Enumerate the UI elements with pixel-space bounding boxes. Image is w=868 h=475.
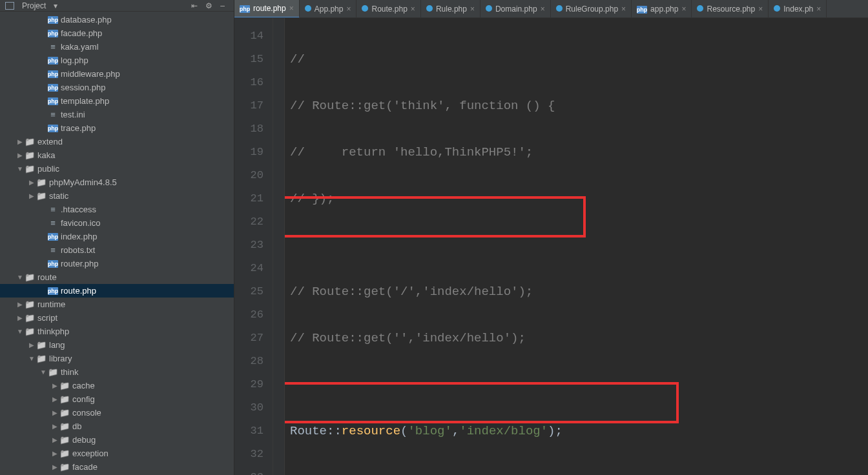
tree-item-robots-txt[interactable]: ≡robots.txt: [0, 243, 234, 257]
tree-item-phpMyAdmin4-8-5[interactable]: ▶📁phpMyAdmin4.8.5: [0, 176, 234, 189]
tree-item-library[interactable]: ▼📁library: [0, 352, 234, 365]
tree-item-facade-php[interactable]: phpfacade.php: [0, 26, 234, 40]
close-icon[interactable]: ×: [621, 5, 626, 14]
code-content[interactable]: // // Route::get('think', function () { …: [285, 18, 868, 475]
line-number: 14: [234, 25, 264, 48]
project-tree[interactable]: phpdatabase.phpphpfacade.php≡kaka.yamlph…: [0, 12, 234, 475]
tab-Resource-php[interactable]: Resource.php×: [692, 0, 769, 17]
tree-item-config[interactable]: ▶📁config: [0, 392, 234, 406]
chevron-icon[interactable]: ▼: [16, 328, 25, 335]
tab-route-php[interactable]: phproute.php×: [234, 0, 300, 18]
php-file-icon: php: [48, 125, 58, 132]
tab-App-php[interactable]: App.php×: [300, 0, 357, 17]
tree-item-template-php[interactable]: phptemplate.php: [0, 94, 234, 108]
project-icon: [5, 2, 14, 10]
chevron-icon[interactable]: ▼: [39, 369, 48, 376]
tree-item-facade[interactable]: ▶📁facade: [0, 460, 234, 474]
tree-item-debug[interactable]: ▶📁debug: [0, 433, 234, 447]
tree-item-label: exception: [72, 449, 108, 458]
collapse-icon[interactable]: ⇤: [187, 1, 202, 10]
tree-item-thinkphp[interactable]: ▼📁thinkphp: [0, 325, 234, 338]
folder-icon: 📁: [25, 164, 35, 174]
tree-item-static[interactable]: ▶📁static: [0, 189, 234, 203]
tab-Domain-php[interactable]: Domain.php×: [480, 0, 551, 17]
tree-item-script[interactable]: ▶📁script: [0, 311, 234, 325]
chevron-icon[interactable]: ▼: [27, 355, 36, 362]
dropdown-icon[interactable]: ▾: [50, 1, 61, 10]
chevron-icon[interactable]: ▼: [16, 274, 25, 281]
close-icon[interactable]: ×: [289, 4, 294, 13]
tree-item-label: session.php: [61, 83, 105, 92]
tree-item-kaka[interactable]: ▶📁kaka: [0, 148, 234, 162]
chevron-icon[interactable]: ▶: [50, 450, 59, 457]
chevron-icon[interactable]: ▶: [50, 409, 59, 416]
folder-icon: 📁: [59, 462, 70, 472]
tree-item-middleware-php[interactable]: phpmiddleware.php: [0, 67, 234, 81]
line-number: 28: [234, 350, 264, 373]
tree-item-public[interactable]: ▼📁public: [0, 162, 234, 176]
tree-item-cache[interactable]: ▶📁cache: [0, 379, 234, 392]
tab-Index-ph[interactable]: Index.ph×: [769, 0, 827, 17]
tree-item-test-ini[interactable]: ≡test.ini: [0, 108, 234, 121]
tree-item-log-php[interactable]: phplog.php: [0, 54, 234, 67]
chevron-icon[interactable]: ▶: [50, 436, 59, 443]
chevron-icon[interactable]: ▶: [27, 192, 36, 199]
tree-item-exception[interactable]: ▶📁exception: [0, 447, 234, 460]
tree-item-runtime[interactable]: ▶📁runtime: [0, 298, 234, 311]
hide-icon[interactable]: –: [216, 1, 229, 10]
t: ;: [555, 424, 563, 438]
tree-item-router-php[interactable]: phprouter.php: [0, 257, 234, 270]
php-file-icon: php: [240, 4, 250, 13]
tab-Rule-php[interactable]: Rule.php×: [421, 0, 480, 17]
tree-item--htaccess[interactable]: ≡.htaccess: [0, 203, 234, 216]
close-icon[interactable]: ×: [346, 5, 351, 14]
close-icon[interactable]: ×: [411, 5, 415, 14]
gear-icon[interactable]: ⚙: [202, 1, 216, 10]
chevron-icon[interactable]: ▶: [50, 423, 59, 430]
tree-item-label: robots.txt: [61, 245, 95, 255]
tree-item-lang[interactable]: ▶📁lang: [0, 338, 234, 352]
class-file-icon: [486, 5, 492, 14]
line-number: 23: [234, 234, 264, 257]
chevron-icon[interactable]: ▶: [50, 396, 59, 403]
folder-icon: 📁: [36, 191, 46, 201]
chevron-icon[interactable]: ▶: [16, 152, 25, 159]
close-icon[interactable]: ×: [816, 5, 821, 14]
tree-item-route[interactable]: ▼📁route: [0, 270, 234, 284]
tree-item-favicon-ico[interactable]: ≡favicon.ico: [0, 216, 234, 230]
chevron-icon[interactable]: ▶: [50, 463, 59, 470]
tab-label: Domain.php: [495, 5, 537, 14]
tree-item-think[interactable]: ▼📁think: [0, 365, 234, 379]
tree-item-database-php[interactable]: phpdatabase.php: [0, 13, 234, 26]
tree-item-session-php[interactable]: phpsession.php: [0, 81, 234, 94]
line-number: 20: [234, 164, 264, 187]
tab-app-php[interactable]: phpapp.php×: [632, 0, 692, 17]
tree-item-label: trace.php: [61, 123, 96, 133]
tree-item-trace-php[interactable]: phptrace.php: [0, 121, 234, 135]
tree-item-extend[interactable]: ▶📁extend: [0, 135, 234, 148]
chevron-icon[interactable]: ▼: [16, 165, 25, 172]
class-file-icon: [305, 5, 311, 14]
chevron-icon[interactable]: ▶: [27, 179, 36, 186]
chevron-icon[interactable]: ▶: [50, 382, 59, 389]
close-icon[interactable]: ×: [541, 5, 545, 14]
chevron-icon[interactable]: ▶: [27, 341, 36, 349]
tree-item-route-php[interactable]: phproute.php: [0, 284, 234, 298]
tree-item-console[interactable]: ▶📁console: [0, 406, 234, 419]
close-icon[interactable]: ×: [470, 5, 475, 14]
tree-item-db[interactable]: ▶📁db: [0, 419, 234, 433]
chevron-icon[interactable]: ▶: [16, 138, 25, 145]
close-icon[interactable]: ×: [681, 5, 686, 14]
project-title: Project: [22, 1, 46, 10]
code-editor[interactable]: 1415161718192021222324252627282930313233…: [234, 18, 868, 475]
tree-item-index-php[interactable]: phpindex.php: [0, 230, 234, 243]
php-file-icon: php: [48, 84, 58, 92]
tab-Route-php[interactable]: Route.php×: [356, 0, 420, 17]
folder-icon: 📁: [59, 408, 70, 418]
close-icon[interactable]: ×: [758, 5, 763, 14]
tree-item-label: middleware.php: [61, 69, 120, 79]
chevron-icon[interactable]: ▶: [16, 301, 25, 308]
chevron-icon[interactable]: ▶: [16, 314, 25, 321]
tab-RuleGroup-php[interactable]: RuleGroup.php×: [551, 0, 632, 17]
tree-item-kaka-yaml[interactable]: ≡kaka.yaml: [0, 40, 234, 54]
